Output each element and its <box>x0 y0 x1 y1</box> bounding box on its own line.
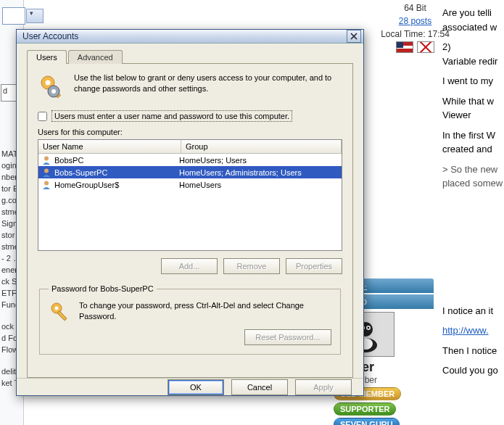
listview-header[interactable]: User Name Group <box>38 140 342 154</box>
cell-username: Bobs-SuperPC <box>54 168 107 177</box>
cell-username: BobsPC <box>54 156 83 165</box>
properties-button[interactable]: Properties <box>286 258 342 274</box>
post-line: In the first W <box>442 130 495 141</box>
post-line: While that w <box>442 96 494 107</box>
post-line: created and <box>442 144 492 154</box>
post-line: Viewer <box>442 110 471 120</box>
svg-rect-17 <box>57 311 67 321</box>
password-legend: Password for Bobs-SuperPC <box>49 284 157 293</box>
add-button[interactable]: Add... <box>161 258 218 274</box>
svg-point-13 <box>44 168 49 173</box>
svg-point-14 <box>44 181 49 185</box>
users-listview[interactable]: User Name Group BobsPC HomeUsers; Users … <box>38 139 342 251</box>
user-icon <box>41 155 51 165</box>
flag-us-icon <box>396 41 413 53</box>
user-icon <box>41 180 51 190</box>
require-login-checkbox[interactable] <box>38 112 47 121</box>
intro-text: Use the list below to grant or deny user… <box>74 73 342 102</box>
user-row[interactable]: HomeGroupUser$ HomeUsers <box>38 178 342 191</box>
key-icon <box>49 300 72 323</box>
svg-point-12 <box>44 156 49 160</box>
post-line: Could you go <box>442 363 504 378</box>
apply-button[interactable]: Apply <box>295 379 352 395</box>
keys-icon <box>38 73 67 102</box>
post-line: Then I notice <box>442 344 504 358</box>
password-text: To change your password, press Ctrl-Alt-… <box>79 300 331 323</box>
reset-password-button[interactable]: Reset Password... <box>244 329 331 345</box>
user-row[interactable]: BobsPC HomeUsers; Users <box>38 154 342 166</box>
external-link[interactable]: http://www. <box>442 325 489 336</box>
column-username[interactable]: User Name <box>38 140 181 153</box>
post-line: placed somew <box>442 178 503 189</box>
tab-advanced[interactable]: Advanced <box>68 50 123 64</box>
search-fragment <box>2 7 25 25</box>
cell-group: HomeUsers <box>175 181 342 189</box>
flag-florida-icon <box>417 41 434 53</box>
post-line: > So the new <box>442 164 497 175</box>
cancel-button[interactable]: Cancel <box>231 379 288 395</box>
tab-panel-users: Use the list below to grant or deny user… <box>27 63 353 378</box>
svg-point-8 <box>46 81 51 86</box>
password-groupbox: Password for Bobs-SuperPC To change your… <box>39 284 341 355</box>
tab-users[interactable]: Users <box>27 50 67 64</box>
post-line: Variable redir <box>442 56 497 67</box>
dialog-client: Users Advanced Use the list below to gra… <box>17 44 363 378</box>
titlebar[interactable]: User Accounts <box>17 30 363 44</box>
ok-button[interactable]: OK <box>168 379 224 395</box>
post-count-link[interactable]: 28 posts <box>399 16 431 26</box>
svg-point-16 <box>55 307 59 310</box>
badge-guru: SEVEN GURU <box>334 418 400 425</box>
require-login-label: Users must enter a user name and passwor… <box>51 110 292 122</box>
tab-strip: Users Advanced <box>27 50 353 64</box>
cell-username: HomeGroupUser$ <box>54 181 119 189</box>
scroll-arrow-fragment <box>26 9 44 23</box>
post-line: I went to my <box>442 74 504 88</box>
close-button[interactable] <box>347 30 361 43</box>
user-accounts-dialog: User Accounts Users Advanced Use the lis… <box>16 29 364 396</box>
remove-button[interactable]: Remove <box>223 258 280 274</box>
post-line: Are you telli <box>442 7 492 18</box>
window-title: User Accounts <box>22 31 347 41</box>
user-icon <box>41 168 51 178</box>
list-caption: Users for this computer: <box>38 128 342 136</box>
cell-group: HomeUsers; Users <box>175 156 342 165</box>
column-group[interactable]: Group <box>181 140 342 153</box>
badge-supporter: SUPPORTER <box>334 403 396 416</box>
post-line: 2) <box>442 41 451 52</box>
svg-point-11 <box>51 89 56 94</box>
close-icon <box>350 33 358 40</box>
user-row-selected[interactable]: Bobs-SuperPC HomeUsers; Administrators; … <box>38 166 342 178</box>
post-line: I notice an it <box>442 304 504 318</box>
cell-group: HomeUsers; Administrators; Users <box>175 168 342 177</box>
svg-point-6 <box>368 327 370 329</box>
dialog-footer: OK Cancel Apply <box>17 378 363 395</box>
post-line: associated w <box>442 22 497 33</box>
